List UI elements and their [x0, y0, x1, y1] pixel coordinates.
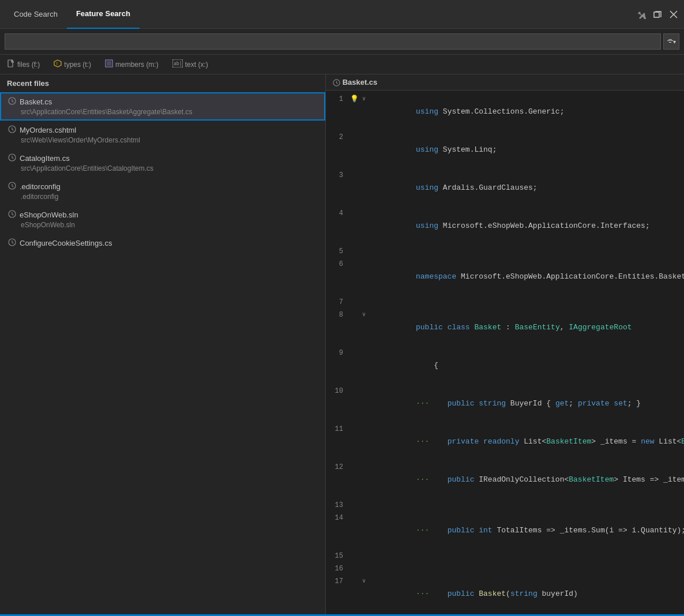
file-item-4[interactable]: .editorconfig .editorconfig [0, 177, 325, 205]
clock-icon-5 [8, 210, 16, 220]
line-bulb-17 [350, 575, 359, 613]
types-icon: T [54, 59, 62, 69]
file-item-name-4: .editorconfig [20, 182, 61, 191]
file-item-name-1: Basket.cs [20, 97, 52, 106]
file-item-name-row-4: .editorconfig [8, 182, 317, 191]
code-line-2: 2 using System.Linq; [326, 131, 684, 169]
code-line-9: 9 { [326, 347, 684, 385]
line-number-15: 15 [326, 550, 350, 562]
line-number-8: 8 [326, 309, 350, 347]
line-fold-11 [359, 423, 369, 461]
line-number-3: 3 [326, 169, 350, 207]
file-item-path-3: src\ApplicationCore\Entities\CatalogItem… [8, 164, 317, 172]
code-file-header: Basket.cs [326, 74, 684, 91]
members-icon [105, 59, 113, 69]
file-list-scroll[interactable]: Basket.cs src\ApplicationCore\Entities\B… [0, 92, 325, 614]
file-list-panel: Recent files Basket.cs src\ApplicationCo… [0, 74, 326, 614]
file-item-1[interactable]: Basket.cs src\ApplicationCore\Entities\B… [0, 92, 325, 121]
code-line-8: 8 ∨ public class Basket : BaseEntity, IA… [326, 309, 684, 347]
line-bulb-2 [350, 131, 359, 169]
title-bar-actions [636, 9, 679, 20]
file-item-name-6: ConfigureCookieSettings.cs [20, 239, 112, 247]
line-fold-13 [359, 499, 369, 512]
line-bulb-1[interactable]: 💡 [350, 93, 359, 131]
code-line-3: 3 using Ardalis.GuardClauses; [326, 169, 684, 207]
line-number-17: 17 [326, 575, 350, 613]
filter-tab-types[interactable]: T types (t:) [51, 58, 93, 70]
line-number-2: 2 [326, 131, 350, 169]
tab-feature-search-label: Feature Search [76, 9, 130, 18]
line-bulb-8 [350, 309, 359, 347]
clock-icon-3 [8, 153, 16, 163]
line-content-13 [369, 499, 684, 512]
file-item-5[interactable]: eShopOnWeb.sln eShopOnWeb.sln [0, 205, 325, 234]
line-fold-1[interactable]: ∨ [359, 93, 369, 131]
filter-tab-members[interactable]: members (m:) [103, 58, 161, 70]
line-fold-10 [359, 385, 369, 423]
file-item-3[interactable]: CatalogItem.cs src\ApplicationCore\Entit… [0, 149, 325, 177]
dropdown-chevron: ▾ [673, 39, 676, 45]
line-content-5 [369, 245, 684, 258]
line-bulb-14 [350, 512, 359, 550]
code-editor[interactable]: 1 💡 ∨ using System.Collections.Generic; … [326, 91, 684, 614]
title-bar: Code Search Feature Search [0, 0, 684, 29]
filter-tab-text[interactable]: ab| text (x:) [170, 58, 211, 70]
line-fold-3 [359, 169, 369, 207]
line-bulb-9 [350, 347, 359, 385]
search-dropdown-button[interactable]: ▾ [663, 33, 679, 50]
line-content-14: ··· public int TotalItems => _items.Sum(… [369, 512, 684, 550]
main-panel: Recent files Basket.cs src\ApplicationCo… [0, 74, 684, 614]
clock-icon-6 [8, 238, 16, 248]
restore-button[interactable] [652, 9, 663, 20]
search-input[interactable] [5, 33, 661, 50]
filter-types-label: types (t:) [64, 61, 91, 69]
line-number-14: 14 [326, 512, 350, 550]
file-item-path-4: .editorconfig [8, 193, 317, 201]
pin-button[interactable] [636, 9, 647, 20]
filter-tabs: files (f:) T types (t:) members (m:) ab| [0, 55, 684, 74]
line-fold-17[interactable]: ∨ [359, 575, 369, 613]
line-content-8: public class Basket : BaseEntity, IAggre… [369, 309, 684, 347]
line-fold-15 [359, 550, 369, 562]
line-content-10: ··· public string BuyerId { get; private… [369, 385, 684, 423]
filter-files-label: files (f:) [17, 61, 40, 69]
code-line-18: 18 { [326, 613, 684, 614]
line-number-5: 5 [326, 245, 350, 258]
line-fold-12 [359, 461, 369, 499]
clock-icon-header [333, 79, 340, 87]
svg-text:ab|: ab| [174, 61, 182, 66]
line-number-12: 12 [326, 461, 350, 499]
search-input-row: ▾ [5, 33, 679, 50]
tab-code-search-label: Code Search [14, 10, 58, 18]
line-content-17: ··· public Basket(string buyerId) [369, 575, 684, 613]
line-number-7: 7 [326, 296, 350, 309]
line-bulb-10 [350, 385, 359, 423]
line-number-18: 18 [326, 613, 350, 614]
file-item-6[interactable]: ConfigureCookieSettings.cs [0, 234, 325, 254]
file-item-path-2: src\Web\Views\Order\MyOrders.cshtml [8, 136, 317, 144]
line-number-6: 6 [326, 258, 350, 296]
line-bulb-3 [350, 169, 359, 207]
file-item-name-2: MyOrders.cshtml [20, 126, 76, 134]
filter-tab-files[interactable]: files (f:) [5, 58, 42, 70]
svg-text:T: T [56, 62, 58, 66]
file-item-2[interactable]: MyOrders.cshtml src\Web\Views\Order\MyOr… [0, 121, 325, 149]
tab-code-search[interactable]: Code Search [5, 0, 67, 29]
recent-files-header: Recent files [0, 74, 325, 92]
line-bulb-6 [350, 258, 359, 296]
line-content-12: ··· public IReadOnlyCollection<BasketIte… [369, 461, 684, 499]
code-line-15: 15 [326, 550, 684, 562]
code-line-6: 6 namespace Microsoft.eShopWeb.Applicati… [326, 258, 684, 296]
line-fold-8[interactable]: ∨ [359, 309, 369, 347]
line-fold-2 [359, 131, 369, 169]
line-number-1: 1 [326, 93, 350, 131]
line-bulb-13 [350, 499, 359, 512]
code-file-header-name: Basket.cs [343, 78, 378, 87]
line-number-4: 4 [326, 207, 350, 245]
line-content-6: namespace Microsoft.eShopWeb.Application… [369, 258, 684, 296]
code-line-17: 17 ∨ ··· public Basket(string buyerId) [326, 575, 684, 613]
line-content-4: using Microsoft.eShopWeb.ApplicationCore… [369, 207, 684, 245]
file-icon [7, 59, 15, 69]
tab-feature-search[interactable]: Feature Search [67, 0, 140, 29]
close-button[interactable] [668, 9, 679, 20]
